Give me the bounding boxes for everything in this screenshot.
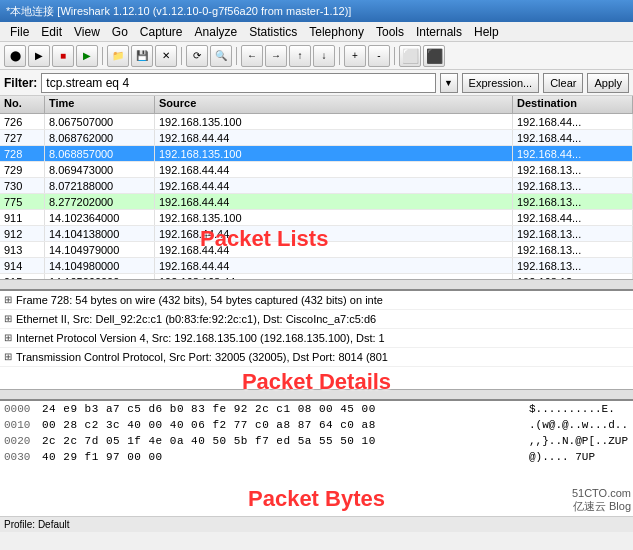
toolbar-restart-btn[interactable]: ▶ — [76, 45, 98, 67]
bytes-row: 0020 2c 2c 7d 05 1f 4e 0a 40 50 5b f7 ed… — [0, 433, 633, 449]
packet-bytes-panel: 0000 24 e9 b3 a7 c5 d6 b0 83 fe 92 2c c1… — [0, 401, 633, 516]
cell-time: 14.104980000 — [45, 258, 155, 273]
toolbar-zoom-in-btn[interactable]: + — [344, 45, 366, 67]
toolbar-down-btn[interactable]: ↓ — [313, 45, 335, 67]
toolbar-folder-btn[interactable]: 📁 — [107, 45, 129, 67]
table-row[interactable]: 728 8.068857000 192.168.135.100 192.168.… — [0, 146, 633, 162]
bytes-ascii: ,,}..N.@P[..ZUP — [529, 433, 629, 449]
table-row[interactable]: 729 8.069473000 192.168.44.44 192.168.13… — [0, 162, 633, 178]
bytes-row: 0000 24 e9 b3 a7 c5 d6 b0 83 fe 92 2c c1… — [0, 401, 633, 417]
clear-button[interactable]: Clear — [543, 73, 583, 93]
bytes-row: 0030 40 29 f1 97 00 00 @).... 7UP — [0, 449, 633, 465]
cell-dest: 192.168.13... — [513, 242, 633, 257]
toolbar-save-btn[interactable]: 💾 — [131, 45, 153, 67]
expand-icon[interactable]: ⊞ — [4, 349, 12, 365]
bytes-ascii: @).... 7UP — [529, 449, 629, 465]
toolbar-open-btn[interactable]: ▶ — [28, 45, 50, 67]
cell-no: 912 — [0, 226, 45, 241]
detail-row: ⊞ Ethernet II, Src: Dell_92:2c:c1 (b0:83… — [0, 310, 633, 329]
detail-text: Transmission Control Protocol, Src Port:… — [16, 349, 388, 365]
menu-statistics[interactable]: Statistics — [243, 23, 303, 41]
menu-bar: File Edit View Go Capture Analyze Statis… — [0, 22, 633, 42]
expand-icon[interactable]: ⊞ — [4, 292, 12, 308]
filter-bar: Filter: ▼ Expression... Clear Apply — [0, 70, 633, 96]
menu-view[interactable]: View — [68, 23, 106, 41]
menu-edit[interactable]: Edit — [35, 23, 68, 41]
col-header-dest: Destination — [513, 96, 633, 113]
expand-icon[interactable]: ⊞ — [4, 330, 12, 346]
cell-time: 8.072188000 — [45, 178, 155, 193]
cell-source: 192.168.44.44 — [155, 130, 513, 145]
menu-help[interactable]: Help — [468, 23, 505, 41]
toolbar-color2-btn[interactable]: ⬛ — [423, 45, 445, 67]
table-row[interactable]: 914 14.104980000 192.168.44.44 192.168.1… — [0, 258, 633, 274]
table-row[interactable]: 775 8.277202000 192.168.44.44 192.168.13… — [0, 194, 633, 210]
table-row[interactable]: 727 8.068762000 192.168.44.44 192.168.44… — [0, 130, 633, 146]
title-text: *本地连接 [Wireshark 1.12.10 (v1.12.10-0-g7f… — [6, 4, 351, 19]
cell-source: 192.168.44.44 — [155, 178, 513, 193]
expand-icon[interactable]: ⊞ — [4, 311, 12, 327]
table-row[interactable]: 730 8.072188000 192.168.44.44 192.168.13… — [0, 178, 633, 194]
table-row[interactable]: 913 14.104979000 192.168.44.44 192.168.1… — [0, 242, 633, 258]
table-row[interactable]: 726 8.067507000 192.168.135.100 192.168.… — [0, 114, 633, 130]
toolbar-stop-btn[interactable]: ■ — [52, 45, 74, 67]
menu-telephony[interactable]: Telephony — [303, 23, 370, 41]
cell-dest: 192.168.44... — [513, 130, 633, 145]
cell-no: 726 — [0, 114, 45, 129]
col-header-source: Source — [155, 96, 513, 113]
menu-file[interactable]: File — [4, 23, 35, 41]
toolbar-up-btn[interactable]: ↑ — [289, 45, 311, 67]
toolbar-color-btn[interactable]: ⬜ — [399, 45, 421, 67]
table-row[interactable]: 912 14.104138000 192.168.44.44 192.168.1… — [0, 226, 633, 242]
toolbar-close-btn[interactable]: ✕ — [155, 45, 177, 67]
menu-capture[interactable]: Capture — [134, 23, 189, 41]
cell-dest: 192.168.44... — [513, 210, 633, 225]
expression-button[interactable]: Expression... — [462, 73, 540, 93]
table-row[interactable]: 911 14.102364000 192.168.135.100 192.168… — [0, 210, 633, 226]
toolbar-search-btn[interactable]: 🔍 — [210, 45, 232, 67]
cell-no: 729 — [0, 162, 45, 177]
cell-no: 775 — [0, 194, 45, 209]
toolbar-reload-btn[interactable]: ⟳ — [186, 45, 208, 67]
toolbar-zoom-out-btn[interactable]: - — [368, 45, 390, 67]
cell-dest: 192.168.13... — [513, 258, 633, 273]
details-hscroll[interactable] — [0, 389, 633, 399]
detail-text: Internet Protocol Version 4, Src: 192.16… — [16, 330, 385, 346]
packet-list-header: No. Time Source Destination — [0, 96, 633, 114]
filter-input[interactable] — [41, 73, 435, 93]
toolbar-fwd-btn[interactable]: → — [265, 45, 287, 67]
status-text: Profile: Default — [4, 519, 70, 530]
bytes-offset: 0030 — [4, 449, 42, 465]
bytes-hex: 24 e9 b3 a7 c5 d6 b0 83 fe 92 2c c1 08 0… — [42, 401, 529, 417]
cell-no: 914 — [0, 258, 45, 273]
detail-text: Frame 728: 54 bytes on wire (432 bits), … — [16, 292, 383, 308]
bytes-offset: 0020 — [4, 433, 42, 449]
menu-internals[interactable]: Internals — [410, 23, 468, 41]
cell-time: 14.102364000 — [45, 210, 155, 225]
cell-dest: 192.168.13... — [513, 162, 633, 177]
menu-go[interactable]: Go — [106, 23, 134, 41]
detail-text: Ethernet II, Src: Dell_92:2c:c1 (b0:83:f… — [16, 311, 376, 327]
filter-dropdown[interactable]: ▼ — [440, 73, 458, 93]
toolbar: ⬤ ▶ ■ ▶ 📁 💾 ✕ ⟳ 🔍 ← → ↑ ↓ + - ⬜ ⬛ — [0, 42, 633, 70]
title-bar: *本地连接 [Wireshark 1.12.10 (v1.12.10-0-g7f… — [0, 0, 633, 22]
cell-source: 192.168.44.44 — [155, 258, 513, 273]
cell-dest: 192.168.44... — [513, 114, 633, 129]
menu-analyze[interactable]: Analyze — [189, 23, 244, 41]
cell-source: 192.168.135.100 — [155, 114, 513, 129]
toolbar-sep4 — [339, 47, 340, 65]
toolbar-sep1 — [102, 47, 103, 65]
packet-list-hscroll[interactable] — [0, 279, 633, 289]
apply-button[interactable]: Apply — [587, 73, 629, 93]
cell-time: 14.104979000 — [45, 242, 155, 257]
cell-source: 192.168.44.44 — [155, 194, 513, 209]
packet-list-panel: No. Time Source Destination 726 8.067507… — [0, 96, 633, 291]
cell-time: 8.277202000 — [45, 194, 155, 209]
cell-source: 192.168.135.100 — [155, 146, 513, 161]
col-header-time: Time — [45, 96, 155, 113]
toolbar-back-btn[interactable]: ← — [241, 45, 263, 67]
toolbar-new-btn[interactable]: ⬤ — [4, 45, 26, 67]
menu-tools[interactable]: Tools — [370, 23, 410, 41]
packet-bytes-label: Packet Bytes — [248, 486, 385, 512]
cell-dest: 192.168.13... — [513, 178, 633, 193]
